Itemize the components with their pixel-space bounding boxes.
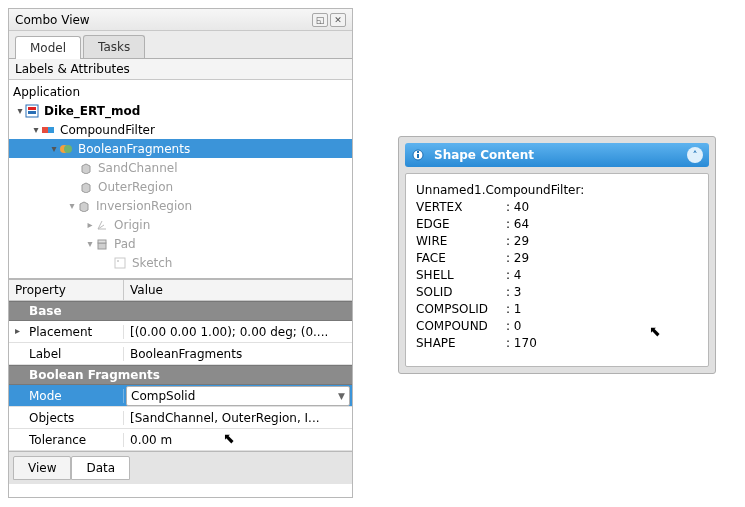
combo-title: Combo View <box>15 9 90 31</box>
compound-filter-icon <box>41 123 55 137</box>
top-tabbar: Model Tasks <box>9 31 352 58</box>
model-tree[interactable]: Application ▾ Dike_ERT_mod ▾ Com <box>9 80 352 279</box>
part-cube-icon <box>79 180 93 194</box>
svg-rect-10 <box>98 243 106 249</box>
tree-sandchannel[interactable]: SandChannel <box>9 158 352 177</box>
svg-rect-1 <box>28 107 36 110</box>
property-group-boolean-fragments: Boolean Fragments <box>9 365 352 385</box>
svg-rect-4 <box>48 127 54 133</box>
shape-content-body: Unnamed1.CompoundFilter:VERTEX: 40EDGE: … <box>405 173 709 367</box>
bottom-tabbar: View Data <box>9 451 352 484</box>
shape-content-object-line: Unnamed1.CompoundFilter: <box>416 182 698 199</box>
expander-icon[interactable]: ▾ <box>31 124 41 135</box>
undock-button[interactable]: ◱ <box>312 13 328 27</box>
svg-rect-15 <box>417 154 419 158</box>
tab-data[interactable]: Data <box>71 456 130 480</box>
tree-compoundfilter[interactable]: ▾ CompoundFilter <box>9 120 352 139</box>
svg-rect-3 <box>42 127 48 133</box>
svg-rect-12 <box>115 258 125 268</box>
tree-document[interactable]: ▾ Dike_ERT_mod <box>9 101 352 120</box>
svg-point-6 <box>64 145 72 153</box>
expander-icon[interactable]: ▾ <box>15 105 25 116</box>
svg-marker-8 <box>82 183 90 193</box>
shape-info-icon <box>411 148 425 162</box>
tree-pad[interactable]: ▾ Pad <box>9 234 352 253</box>
tree-inversionregion[interactable]: ▾ InversionRegion <box>9 196 352 215</box>
expander-icon[interactable]: ▾ <box>67 200 77 211</box>
tab-model[interactable]: Model <box>15 36 81 59</box>
property-grid: Property Value Base Placement [(0.00 0.0… <box>9 279 352 451</box>
document-icon <box>25 104 39 118</box>
combo-titlebar: Combo View ◱ ✕ <box>9 9 352 31</box>
shape-content-panel: Shape Content ˄ Unnamed1.CompoundFilter:… <box>398 136 716 374</box>
property-row-objects[interactable]: Objects [SandChannel, OuterRegion, I... <box>9 407 352 429</box>
combo-view-panel: Combo View ◱ ✕ Model Tasks Labels & Attr… <box>8 8 353 498</box>
tab-view[interactable]: View <box>13 456 71 480</box>
svg-rect-2 <box>28 111 36 114</box>
property-row-placement[interactable]: Placement [(0.00 0.00 1.00); 0.00 deg; (… <box>9 321 352 343</box>
part-cube-icon <box>77 199 91 213</box>
origin-icon <box>95 218 109 232</box>
property-row-tolerance[interactable]: Tolerance 0.00 m <box>9 429 352 451</box>
tab-tasks[interactable]: Tasks <box>83 35 145 58</box>
tree-origin[interactable]: ▸ Origin <box>9 215 352 234</box>
expander-icon[interactable]: ▾ <box>85 238 95 249</box>
property-grid-header: Property Value <box>9 280 352 301</box>
labels-attributes-header: Labels & Attributes <box>9 59 352 80</box>
tree-app[interactable]: Application <box>9 82 352 101</box>
chevron-down-icon: ▼ <box>338 391 345 401</box>
tree-booleanfragments[interactable]: ▾ BooleanFragments <box>9 139 352 158</box>
property-row-label[interactable]: Label BooleanFragments <box>9 343 352 365</box>
boolean-fragments-icon <box>59 142 73 156</box>
svg-rect-16 <box>417 151 419 153</box>
collapse-button[interactable]: ˄ <box>687 147 703 163</box>
svg-rect-11 <box>98 240 106 243</box>
svg-marker-7 <box>82 164 90 174</box>
part-cube-icon <box>79 161 93 175</box>
expander-icon[interactable]: ▾ <box>49 143 59 154</box>
expander-icon[interactable]: ▸ <box>85 219 95 230</box>
shape-content-titlebar: Shape Content ˄ <box>405 143 709 167</box>
mode-dropdown[interactable]: CompSolid ▼ <box>126 386 350 406</box>
pad-icon <box>95 237 109 251</box>
property-row-mode[interactable]: Mode CompSolid ▼ <box>9 385 352 407</box>
close-button[interactable]: ✕ <box>330 13 346 27</box>
svg-point-13 <box>117 260 119 262</box>
svg-marker-9 <box>80 202 88 212</box>
chevron-up-icon: ˄ <box>693 150 698 161</box>
sketch-icon <box>113 256 127 270</box>
property-group-base: Base <box>9 301 352 321</box>
tree-outerregion[interactable]: OuterRegion <box>9 177 352 196</box>
tree-sketch[interactable]: Sketch <box>9 253 352 272</box>
